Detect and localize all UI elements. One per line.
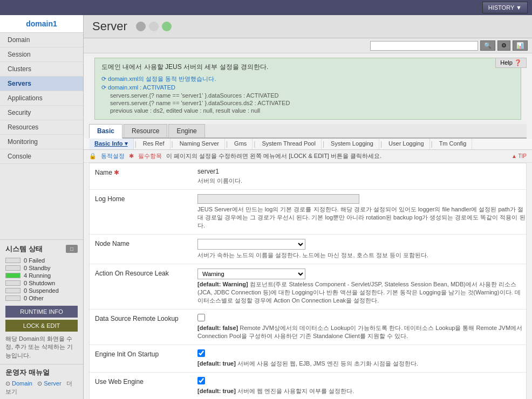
app-container: HISTORY ▼ domain1 Domain Session Cluster… bbox=[0, 0, 532, 399]
info-box-wrapper: Help ❓ 도메인 내에서 사용할 JEUS 서버의 세부 설정을 경의한다.… bbox=[89, 58, 527, 120]
search-button[interactable]: 🔍 bbox=[480, 40, 495, 51]
status-running: 4 Running bbox=[5, 272, 78, 279]
help-button[interactable]: Help ❓ bbox=[495, 58, 527, 68]
header-circle-1 bbox=[136, 22, 146, 31]
name-label: Name ✱ bbox=[90, 168, 197, 176]
action-bar: 🔒 동적설정 ✱ 필수항목 이 페이지의 설정을 수정하려면 왼쪽 메뉴에서 [… bbox=[84, 150, 532, 163]
use-web-engine-default: [default: true] 서버에 웹 엔진을 사용할지 여부를 설정한다. bbox=[197, 387, 526, 395]
sidebar-item-console[interactable]: Console bbox=[0, 149, 83, 164]
use-web-engine-desc: 서버에 웹 엔진을 사용할지 여부를 설정한다. bbox=[237, 388, 354, 394]
log-home-label: Log Home bbox=[90, 194, 197, 203]
data-source-remote-lookup-checkbox[interactable] bbox=[197, 314, 205, 321]
sidebar-item-servers[interactable]: Servers bbox=[0, 77, 83, 91]
sub-tab-basic-info[interactable]: Basic Info ▾ bbox=[89, 139, 134, 149]
name-value: server1 서버의 이름이다. bbox=[197, 168, 526, 185]
use-web-engine-checkbox[interactable] bbox=[197, 377, 205, 384]
sidebar-menu: Domain Session Clusters Servers Applicat… bbox=[0, 33, 83, 239]
failed-bar bbox=[5, 258, 21, 263]
use-web-engine-label: Use Web Engine bbox=[90, 377, 197, 386]
data-source-remote-lookup-desc: Remote JVM상에서의 데이터소스 Lookup이 가능하도록 한다. 데… bbox=[197, 325, 522, 339]
other-bar bbox=[5, 295, 21, 301]
manager-server-link[interactable]: Server bbox=[44, 380, 61, 387]
node-name-field-row: Node Name 서버가 속하는 노드의 이름을 설정한다. 노드에는 마신 … bbox=[90, 235, 526, 264]
action-resource-leak-value: Warning Error None [default: Warning] 컴포… bbox=[197, 269, 526, 305]
history-button[interactable]: HISTORY ▼ bbox=[482, 2, 528, 13]
log-home-value: JEUS Server에서 만드는 log의 기본 경로를 지정한다. 해당 경… bbox=[197, 194, 526, 230]
name-required: ✱ bbox=[114, 169, 119, 176]
manager-title: 운영자 매뉴얼 bbox=[5, 368, 78, 377]
header-circle-2 bbox=[149, 22, 159, 31]
info-line-5: previous value : ds2, edited value : nul… bbox=[101, 107, 514, 114]
info-line-1: ⟳ domain.xml의 설정을 동적 반영했습니다. bbox=[101, 75, 514, 83]
sidebar: domain1 Domain Session Clusters Servers … bbox=[0, 15, 84, 399]
data-source-remote-lookup-row: Data Source Remote Lookup [default: fals… bbox=[90, 309, 526, 345]
engine-init-startup-checkbox[interactable] bbox=[197, 349, 205, 357]
info-line-4: servers.server.{? name == 'server1' }.da… bbox=[101, 100, 514, 106]
engine-init-startup-row: Engine Init On Startup [default: true] 서… bbox=[90, 345, 526, 373]
search-input[interactable] bbox=[370, 41, 478, 51]
system-status: 시스템 상태 □ 0 Failed 0 Standby 4 Running bbox=[0, 239, 83, 364]
node-name-label: Node Name bbox=[90, 239, 197, 247]
data-source-remote-lookup-default: [default: false] Remote JVM상에서의 데이터소스 Lo… bbox=[197, 324, 526, 340]
info-box: 도메인 내에서 사용할 JEUS 서버의 세부 설정을 경의한다. ⟳ doma… bbox=[94, 58, 521, 120]
standby-bar bbox=[5, 265, 21, 271]
manager-section: 운영자 매뉴얼 ⊙ Domain ⊙ Server 더보기 bbox=[0, 364, 83, 399]
engine-init-startup-label: Engine Init On Startup bbox=[90, 349, 197, 358]
sub-tab-tm-config[interactable]: Tm Config bbox=[434, 139, 473, 149]
runtime-info-button[interactable]: RUNTIME INFO bbox=[5, 306, 78, 318]
lock-edit-button[interactable]: LOCK & EDIT bbox=[5, 320, 78, 332]
action-resource-leak-label: Action On Resource Leak bbox=[90, 269, 197, 277]
engine-init-startup-value: [default: true] 서버에 사용 설정된 웹, EJB, JMS 엔… bbox=[197, 349, 526, 368]
name-desc: 서버의 이름이다. bbox=[197, 177, 526, 185]
sub-tab-system-logging[interactable]: System Logging bbox=[325, 139, 379, 149]
name-display: server1 bbox=[197, 168, 526, 175]
sub-tab-user-logging[interactable]: User Logging bbox=[383, 139, 429, 149]
action-resource-leak-select[interactable]: Warning Error None bbox=[197, 269, 305, 279]
log-home-field-row: Log Home JEUS Server에서 만드는 log의 기본 경로를 지… bbox=[90, 190, 526, 235]
domain-name: domain1 bbox=[26, 19, 57, 28]
sub-tab-res-ref[interactable]: Res Ref bbox=[138, 139, 170, 149]
manager-domain-link[interactable]: Domain bbox=[12, 380, 32, 387]
sidebar-item-resources[interactable]: Resources bbox=[0, 120, 83, 135]
tab-engine[interactable]: Engine bbox=[168, 124, 204, 137]
sub-tab-system-thread-pool[interactable]: System Thread Pool bbox=[256, 139, 321, 149]
header-circle-3 bbox=[162, 22, 172, 31]
manager-domain-icon: ⊙ bbox=[5, 380, 12, 387]
required-icon: ✱ bbox=[129, 153, 134, 160]
main-area: domain1 Domain Session Clusters Servers … bbox=[0, 15, 532, 399]
shutdown-bar bbox=[5, 280, 21, 286]
engine-init-startup-desc: 서버에 사용 설정된 웹, EJB, JMS 엔진 등의 초기화 시점을 설정한… bbox=[237, 360, 418, 367]
status-suspended: 0 Suspended bbox=[5, 287, 78, 294]
sidebar-item-monitoring[interactable]: Monitoring bbox=[0, 135, 83, 149]
action-resource-leak-default: [default: Warning] 컴포넌트(주로 Stateless Com… bbox=[197, 280, 526, 305]
status-toggle-button[interactable]: □ bbox=[66, 245, 78, 253]
tab-resource[interactable]: Resource bbox=[124, 124, 167, 137]
log-home-input[interactable] bbox=[197, 194, 359, 204]
sidebar-logo: domain1 bbox=[0, 15, 83, 33]
search-option-button[interactable]: ⚙ bbox=[497, 40, 510, 51]
lock-icon: 🔒 bbox=[89, 153, 97, 160]
name-field-row: Name ✱ server1 서버의 이름이다. bbox=[90, 163, 526, 190]
data-source-remote-lookup-value: [default: false] Remote JVM상에서의 데이터소스 Lo… bbox=[197, 314, 526, 340]
sidebar-item-session[interactable]: Session bbox=[0, 47, 83, 62]
suspended-bar bbox=[5, 288, 21, 293]
search-export-button[interactable]: 📊 bbox=[513, 40, 528, 51]
main-tab-bar: Basic Resource Engine bbox=[89, 124, 527, 139]
sidebar-item-security[interactable]: Security bbox=[0, 106, 83, 120]
action-resource-leak-row: Action On Resource Leak Warning Error No… bbox=[90, 264, 526, 309]
main-tabs-wrapper: Basic Resource Engine bbox=[84, 124, 532, 139]
system-status-title: 시스템 상태 □ bbox=[5, 244, 78, 254]
node-name-value: 서버가 속하는 노드의 이름을 설정한다. 노드에는 마신 정보, 호스트 정보… bbox=[197, 239, 526, 259]
sub-tab-naming-server[interactable]: Naming Server bbox=[174, 139, 225, 149]
tab-basic[interactable]: Basic bbox=[89, 124, 122, 139]
sub-tab-gms[interactable]: Gms bbox=[229, 139, 253, 149]
status-failed: 0 Failed bbox=[5, 257, 78, 264]
page-header: Server bbox=[84, 15, 532, 38]
sidebar-item-domain[interactable]: Domain bbox=[0, 33, 83, 47]
data-source-remote-lookup-label: Data Source Remote Lookup bbox=[90, 314, 197, 322]
sidebar-item-clusters[interactable]: Clusters bbox=[0, 62, 83, 77]
sidebar-item-applications[interactable]: Applications bbox=[0, 91, 83, 106]
node-name-select[interactable] bbox=[197, 239, 305, 250]
info-box-title: 도메인 내에서 사용할 JEUS 서버의 세부 설정을 경의한다. bbox=[101, 63, 514, 72]
lock-note: 이 페이지의 설정을 수정하려면 왼쪽 메뉴에서 [LOCK & EDIT] 버… bbox=[166, 152, 381, 160]
